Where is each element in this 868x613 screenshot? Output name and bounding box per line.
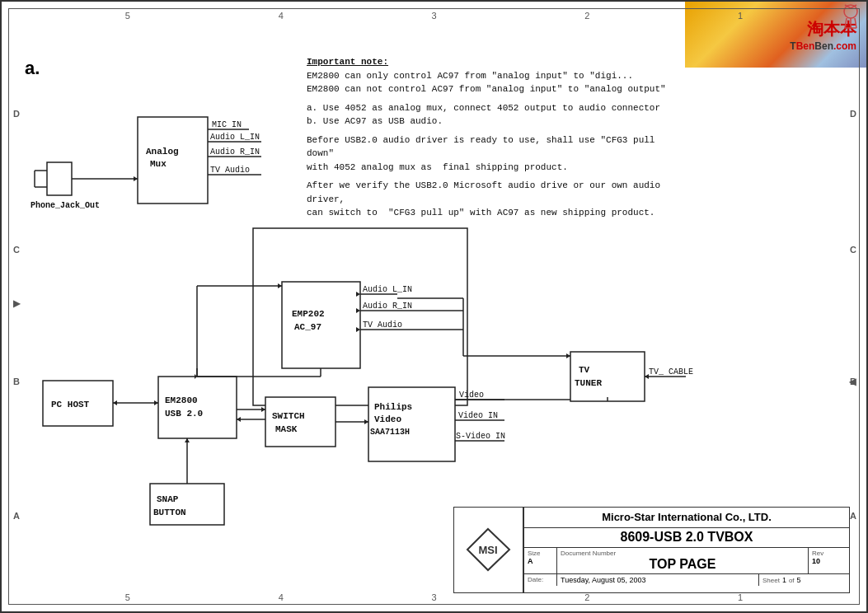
rev: 10 [812,557,846,565]
section-a-label: a. [25,58,40,79]
svg-text:MSI: MSI [478,544,497,556]
msi-logo: MSI [453,507,523,593]
product-name: 8609-USB 2.0 TVBOX [621,530,753,544]
grid-bottom: 5 4 3 2 1 [2,592,866,602]
schematic-page: 淘本本 TBenBen.com 5 4 3 2 1 5 4 3 2 1 D C … [0,0,868,613]
size: A [528,557,553,565]
sheet-num: 1 [782,576,786,584]
grid-top: 5 4 3 2 1 [2,11,866,21]
sheet-of: 5 [797,576,801,584]
section-b-label: b. [264,235,280,256]
notes-section: Important note: EM2800 can only control … [307,55,677,220]
date: Tuesday, August 05, 2003 [561,576,646,584]
company-name: Micro-Star International Co., LTD. [602,511,772,523]
top-page-label: TOP PAGE [561,557,805,572]
title-block: Micro-Star International Co., LTD. 8609-… [523,507,850,593]
